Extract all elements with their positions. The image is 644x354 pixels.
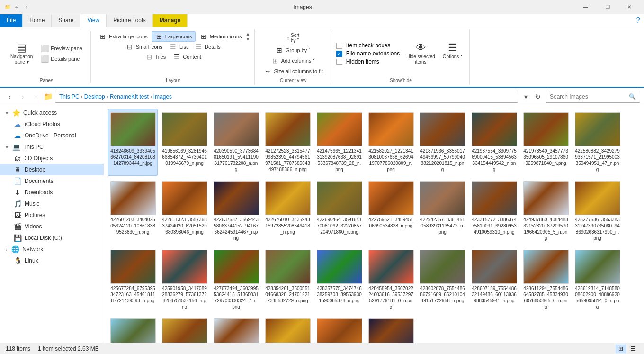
group-by-button[interactable]: ⊞ Group by ˅ <box>272 45 314 55</box>
grid-item[interactable]: 427673494_360399553624415_51365031729700… <box>211 246 261 313</box>
size-columns-button[interactable]: ↔ Size all columns to fit <box>261 66 326 76</box>
address-path[interactable]: This PC › Desktop › RenameKit test › Ima… <box>55 91 518 103</box>
file-grid[interactable]: 418248609_333940566270314_84208108142789… <box>104 105 644 343</box>
grid-item[interactable]: 428354261_350055104668328_24701221234853… <box>263 246 313 313</box>
location-icon[interactable]: 📁 <box>44 92 53 101</box>
options-button[interactable]: ☰ Options ˅ <box>440 41 465 66</box>
path-dropdown-button[interactable]: ▾ <box>520 91 531 102</box>
sidebar-item-icloud[interactable]: ☁ iCloud Photos <box>0 118 104 130</box>
grid-item[interactable]: 422637637_356944358063744152_94167662424… <box>211 178 261 245</box>
tab-view[interactable]: View <box>80 14 107 27</box>
sidebar-item-3d-objects[interactable]: 🗂 3D Objects <box>0 153 104 164</box>
grid-item[interactable]: cabin_snow_1.png <box>211 315 261 343</box>
tab-home[interactable]: Home <box>23 14 52 27</box>
grid-item[interactable]: 418248609_333940566270314_84208108142789… <box>108 109 158 176</box>
grid-item[interactable]: cabin_night_1.png <box>366 315 416 343</box>
grid-item[interactable]: 422601203_340402505624120_10861838952683… <box>108 178 158 245</box>
hidden-items-checkbox[interactable] <box>336 59 342 65</box>
grid-item[interactable]: 422759621_345945106990534838_n.png <box>366 178 416 245</box>
forward-button[interactable]: › <box>17 91 28 102</box>
grid-item[interactable]: 425277586_355338331247390735080_94869026… <box>572 178 622 245</box>
grid-view-button[interactable]: ⊞ <box>616 345 626 353</box>
grid-item[interactable]: cabin_autumn_1.png <box>314 315 364 343</box>
details-button[interactable]: ☰ Details <box>191 42 224 52</box>
search-input[interactable] <box>550 93 629 100</box>
hide-selected-button[interactable]: 👁 Hide selecteditems <box>403 41 438 66</box>
grid-item[interactable]: 425677284_679539534723163_45461811877214… <box>108 246 158 313</box>
back-button[interactable]: ‹ <box>4 91 15 102</box>
small-icons-button[interactable]: ⊟ Small icons <box>123 42 165 52</box>
sidebar-item-documents[interactable]: 📄 Documents <box>0 175 104 187</box>
grid-item[interactable]: 425901958_341708928836279_57361372828675… <box>160 246 209 313</box>
grid-item[interactable]: 421475665_122134131392087638_92691533678… <box>314 109 364 176</box>
file-extensions-checkbox[interactable]: ✓ <box>336 51 342 57</box>
sidebar-item-linux[interactable]: 🐧 Linux <box>0 255 104 266</box>
grid-item[interactable]: 421973540_345777335096505_29107860025987… <box>521 109 571 176</box>
tab-manage[interactable]: Manage <box>153 14 188 27</box>
medium-icons-button[interactable]: ⊞ Medium icons <box>197 32 245 41</box>
refresh-button[interactable]: ↻ <box>532 91 544 102</box>
search-box[interactable]: 🔍 <box>546 91 640 103</box>
sidebar-item-onedrive[interactable]: ☁ OneDrive - Personal <box>0 130 104 141</box>
tab-picture-tools[interactable]: Picture Tools <box>107 14 152 27</box>
list-button[interactable]: ☰ List <box>166 42 190 52</box>
tab-share[interactable]: Share <box>52 14 80 27</box>
path-images[interactable]: Images <box>153 93 172 100</box>
sort-by-button[interactable]: ↕ Sortby ˅ <box>284 31 302 45</box>
sidebar-item-network[interactable]: › 🌐 Network <box>0 244 104 255</box>
sidebar-item-videos[interactable]: 🎬 Videos <box>0 221 104 232</box>
path-desktop[interactable]: Desktop <box>84 93 105 100</box>
sidebar-item-this-pc[interactable]: ▾ 💻 This PC <box>0 141 104 153</box>
grid-item[interactable]: 421582027_122134130810087638_62694197077… <box>366 109 416 176</box>
sidebar-item-quick-access[interactable]: ▾ ⭐ Quick access <box>0 107 104 118</box>
extra-large-icons-button[interactable]: ⊞ Extra large icons <box>96 32 151 41</box>
item-checkboxes-checkbox[interactable] <box>336 43 342 49</box>
maximize-button[interactable]: ❒ <box>597 0 618 14</box>
up-button[interactable]: ↑ <box>30 91 42 102</box>
sidebar-item-downloads[interactable]: ⬇ Downloads <box>0 187 104 198</box>
preview-pane-button[interactable]: ⬜ Preview pane <box>37 44 85 53</box>
grid-item[interactable]: 428611294_755448664582785_45334930607665… <box>521 246 571 313</box>
sidebar-item-desktop[interactable]: 🖥 Desktop <box>0 164 104 175</box>
path-renamekit[interactable]: RenameKit test <box>110 93 149 100</box>
sidebar-item-music[interactable]: 🎵 Music <box>0 198 104 209</box>
grid-item[interactable]: cabin_mtn_2.png <box>160 315 209 343</box>
grid-item[interactable]: cabin_interior_1.png <box>263 315 313 343</box>
grid-item[interactable]: 419856169_328194666854372_74730401019946… <box>160 109 209 176</box>
hidden-items-label[interactable]: Hidden items <box>336 58 400 65</box>
grid-item[interactable]: 428458954_350702224603616_39537297529177… <box>366 246 416 313</box>
grid-item[interactable]: 428357575_347474638259708_89553930159006… <box>314 246 364 313</box>
grid-item[interactable]: 422690464_359164170081062_32270857204971… <box>314 178 364 245</box>
details-pane-button[interactable]: ⬜ Details pane <box>37 54 85 64</box>
grid-item[interactable]: 423315772_338637475810091_69280953491005… <box>469 178 519 245</box>
add-columns-button[interactable]: ⊞ Add columns ˅ <box>268 56 319 65</box>
grid-item[interactable]: 421272523_331547799852392_44794561971581… <box>263 109 313 176</box>
grid-item[interactable]: cabin_mtn_1.png <box>108 315 158 343</box>
item-checkboxes-label[interactable]: Item check boxes <box>336 42 400 49</box>
close-button[interactable]: ✕ <box>618 0 640 14</box>
grid-item[interactable]: 424937860_408448832152820_87209570196642… <box>521 178 571 245</box>
tiles-button[interactable]: ⊟ Tiles <box>142 52 169 62</box>
grid-item[interactable]: 422611323_355736837424020_62051529680393… <box>160 178 209 245</box>
file-extensions-label[interactable]: ✓ File name extensions <box>336 50 400 57</box>
layout-scroll[interactable]: ▲▼ <box>246 31 250 42</box>
list-view-button[interactable]: ☰ <box>628 345 638 353</box>
tab-file[interactable]: File <box>0 14 23 27</box>
grid-item[interactable]: 428602878_755448686791609_65210104491517… <box>418 246 467 313</box>
sidebar-item-local-disk[interactable]: 💾 Local Disk (C:) <box>0 232 104 244</box>
grid-item[interactable]: 421937554_330977569009415_53894563334154… <box>469 109 519 176</box>
grid-item[interactable]: 420390590_377368481650191_59411190317761… <box>211 109 261 176</box>
sidebar-item-pictures[interactable]: 🖼 Pictures <box>0 209 104 221</box>
grid-item[interactable]: 428619314_714858008602900_48886920565909… <box>572 246 622 313</box>
path-this-pc[interactable]: This PC <box>59 93 80 100</box>
grid-item[interactable]: 421871936_335501749456997_59799040882120… <box>418 109 467 176</box>
large-icons-button[interactable]: ⊞ Large icons <box>152 31 196 42</box>
grid-item[interactable]: 422676010_343594315972855208546418_n.png <box>263 178 313 245</box>
minimize-button[interactable]: — <box>575 0 597 14</box>
help-icon[interactable]: ? <box>636 16 640 25</box>
grid-item[interactable]: 422942357_336145105893931135472_n.png <box>418 178 467 245</box>
grid-item[interactable]: 428607189_755448632149486_60113936988354… <box>469 246 519 313</box>
navigation-pane-button[interactable]: ▤ Navigationpane ▾ <box>8 41 36 66</box>
grid-item[interactable]: 422580882_342927993371571_21995003359494… <box>572 109 622 176</box>
content-button[interactable]: ☰ Content <box>170 52 204 62</box>
